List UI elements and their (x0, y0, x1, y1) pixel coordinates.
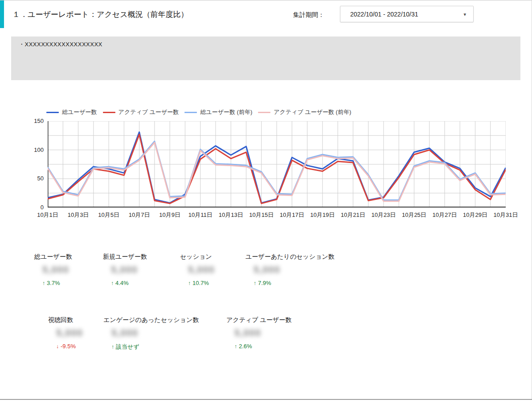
line-chart (48, 121, 506, 208)
arrow-down-icon: ↓ (56, 344, 59, 349)
report-page: １．ユーザーレポート：アクセス概況（前年度比） 集計期間： 2022/10/01… (0, 0, 532, 403)
arrow-up-icon: ↑ (42, 281, 45, 286)
x-tick-label: 10月31日 (494, 211, 518, 219)
legend-item-0: 総ユーザー数 (46, 108, 97, 116)
x-tick-label: 10月11日 (188, 211, 213, 219)
scorecard-delta: ↑2.6% (234, 343, 291, 350)
legend-label: 総ユーザー数 (前年) (200, 108, 252, 116)
note-text: ・XXXXXXXXXXXXXXXXXXX (19, 41, 102, 49)
scorecard-label: エンゲージのあったセッション数 (103, 316, 199, 324)
scorecard-value-obscured: 5,000 (234, 327, 261, 339)
legend-item-1: アクティブ ユーザー数 (103, 108, 179, 116)
scorecard-views: 視聴回数5,000↓-9.5% (48, 316, 83, 350)
x-tick-label: 10月17日 (280, 211, 304, 219)
scorecard-label: セッション (180, 253, 215, 261)
x-tick-label: 10月3日 (68, 211, 89, 219)
legend-item-2: 総ユーザー数 (前年) (184, 108, 252, 116)
scorecard-delta-text: 該当せず (116, 343, 139, 351)
chart-legend: 総ユーザー数アクティブ ユーザー数総ユーザー数 (前年)アクティブ ユーザー数 … (46, 108, 351, 116)
scorecard-label: アクティブ ユーザー数 (226, 316, 291, 324)
arrow-up-icon: ↑ (254, 281, 256, 286)
legend-swatch (46, 112, 59, 113)
x-tick-label: 10月25日 (402, 211, 426, 219)
scorecard-value-obscured: 5,000 (111, 264, 138, 276)
legend-swatch (184, 112, 197, 113)
arrow-up-icon: ↑ (234, 344, 237, 349)
scorecard-value-obscured: 5,000 (56, 327, 83, 339)
legend-swatch (258, 112, 270, 113)
scorecard-delta-text: 10.7% (192, 280, 209, 286)
scorecard-delta-text: 2.6% (239, 343, 252, 350)
scorecard-sessions: セッション5,000↑10.7% (180, 253, 215, 286)
scorecard-active-users: アクティブ ユーザー数5,000↑2.6% (226, 316, 291, 350)
caret-down-icon: ▾ (463, 12, 466, 17)
y-tick-label: 100 (24, 147, 44, 153)
scorecard-delta: ↑4.4% (111, 280, 147, 286)
scorecard-label: ユーザーあたりのセッション数 (246, 253, 335, 261)
legend-label: アクティブ ユーザー数 (119, 108, 179, 116)
legend-swatch (103, 112, 115, 113)
scorecard-delta-text: 7.9% (258, 280, 271, 286)
scorecard-engaged-sessions: エンゲージのあったセッション数5,000↑該当せず (103, 316, 199, 351)
scorecard-label: 総ユーザー数 (34, 253, 72, 261)
scorecard-label: 視聴回数 (48, 316, 83, 324)
scorecard-value-obscured: 5,000 (111, 327, 138, 339)
arrow-up-icon: ↑ (111, 344, 114, 350)
legend-label: 総ユーザー数 (62, 108, 97, 116)
page-top-border (0, 0, 532, 0)
y-tick-label: 50 (24, 175, 44, 182)
date-range-value: 2022/10/01 - 2022/10/31 (350, 11, 418, 18)
x-tick-label: 10月13日 (219, 211, 243, 219)
scorecard-delta: ↓-9.5% (56, 343, 83, 350)
arrow-up-icon: ↑ (188, 281, 191, 286)
x-tick-label: 10月7日 (129, 211, 150, 219)
x-tick-label: 10月23日 (371, 211, 396, 219)
scorecard-delta: ↑該当せず (111, 343, 199, 351)
scorecard-new-users: 新規ユーザー数5,000↑4.4% (103, 253, 147, 286)
note-box: ・XXXXXXXXXXXXXXXXXXX (11, 37, 520, 80)
scorecard-delta: ↑10.7% (188, 280, 215, 286)
y-tick-label: 150 (24, 118, 44, 124)
scorecard-value-obscured: 5,000 (188, 264, 215, 276)
scorecard-delta-text: 4.4% (115, 280, 129, 286)
arrow-up-icon: ↑ (111, 281, 114, 286)
legend-label: アクティブ ユーザー数 (前年) (274, 108, 351, 116)
x-tick-label: 10月15日 (249, 211, 274, 219)
page-title: １．ユーザーレポート：アクセス概況（前年度比） (12, 9, 188, 20)
page-bottom-border (0, 399, 532, 400)
scorecard-sessions-per-user: ユーザーあたりのセッション数5,000↑7.9% (246, 253, 335, 286)
x-tick-label: 10月5日 (98, 211, 119, 219)
x-tick-label: 10月27日 (432, 211, 457, 219)
x-tick-label: 10月9日 (159, 211, 180, 219)
date-range-selector[interactable]: 2022/10/01 - 2022/10/31 ▾ (340, 6, 474, 22)
scorecard-value-obscured: 5,000 (42, 264, 69, 276)
header-accent-bar (0, 0, 4, 28)
scorecard-delta-text: -9.5% (61, 343, 76, 350)
y-tick-label: 0 (24, 204, 44, 211)
scorecard-total-users: 総ユーザー数5,000↑3.7% (34, 253, 72, 286)
scorecard-delta: ↑3.7% (42, 280, 72, 286)
scorecard-delta-text: 3.7% (47, 280, 60, 286)
legend-item-3: アクティブ ユーザー数 (前年) (258, 108, 351, 116)
x-tick-label: 10月21日 (341, 211, 365, 219)
x-tick-label: 10月19日 (310, 211, 335, 219)
line-chart-svg (48, 121, 506, 208)
scorecard-label: 新規ユーザー数 (103, 253, 147, 261)
scorecard-value-obscured: 5,000 (254, 264, 280, 276)
x-tick-label: 10月29日 (463, 211, 487, 219)
period-label: 集計期間： (293, 11, 324, 19)
x-tick-label: 10月1日 (37, 211, 58, 219)
scorecard-delta: ↑7.9% (254, 280, 335, 286)
